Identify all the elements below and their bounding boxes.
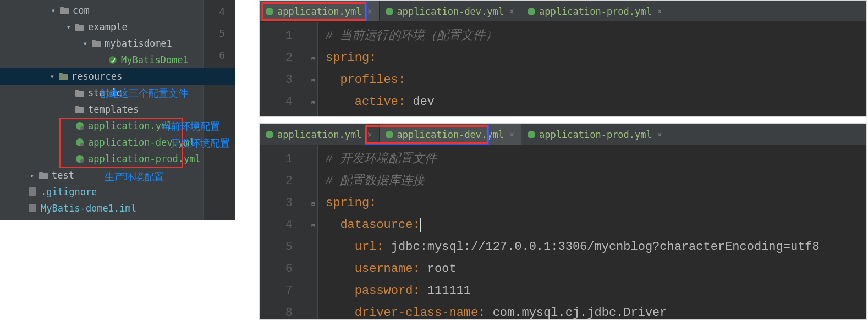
svg-rect-8 [59,73,63,75]
tree-label: example [88,21,128,32]
tree-label: application.yml [88,120,173,131]
tree-item-static[interactable]: ▾ static [0,85,235,101]
svg-rect-5 [92,40,96,42]
gutter: 1 2 3 4 5 6 7 8 [260,145,309,319]
tabbar-top: application.yml × application-dev.yml × … [260,1,866,22]
code-content[interactable]: # 开发环境配置文件 # 配置数据库连接 spring: datasource:… [318,145,866,319]
svg-rect-22 [29,204,36,212]
folder-icon [75,105,85,114]
tree-label: com [73,5,90,16]
file-icon [28,204,37,213]
svg-point-29 [528,131,535,138]
close-icon[interactable]: × [657,130,662,140]
svg-point-24 [266,8,273,15]
close-icon[interactable]: × [367,130,372,140]
tree-item-application-yml[interactable]: ▾ application.yml [0,118,235,134]
tree-item-iml[interactable]: ▾ MyBatis-dome1.iml [0,200,235,216]
svg-rect-11 [75,107,84,113]
yml-file-icon [75,121,85,130]
tab-label: application.yml [277,6,362,17]
editor-top: application.yml × application-dev.yml × … [259,0,867,117]
tab-application-dev-yml[interactable]: application-dev.yml × [380,124,522,145]
editor-bottom: application.yml × application-dev.yml × … [259,123,867,320]
gutter: 1 2 3 4 [260,22,309,116]
close-icon[interactable]: × [509,7,514,16]
svg-rect-20 [39,172,43,174]
svg-point-6 [109,56,117,64]
cursor [420,218,421,232]
yml-file-icon [265,130,274,139]
svg-point-16 [80,143,84,146]
tree-item-test[interactable]: ▸ test [0,167,235,184]
yml-file-icon [527,130,536,139]
file-icon [28,187,37,196]
code-area-top[interactable]: 1 2 3 4 ⊟⊟⊞ # 当前运行的环境（配置文件） spring: prof… [260,22,866,116]
fold-column[interactable]: ⊟⊟⊞ [309,22,318,116]
yml-file-icon [75,138,85,147]
yml-file-icon [75,154,85,163]
tab-label: application-dev.yml [397,129,504,140]
svg-rect-0 [60,8,69,14]
tab-label: application-prod.yml [539,6,652,17]
spring-class-icon [108,55,118,64]
tree-label: test [52,170,74,181]
code-content[interactable]: # 当前运行的环境（配置文件） spring: profiles: active… [318,22,866,116]
svg-point-28 [386,131,393,138]
tree-item-mybatisdome1-class[interactable]: ▾ MyBatisDome1 [0,52,235,68]
svg-rect-19 [39,173,48,179]
tree-item-resources[interactable]: ▾ resources [0,68,235,85]
tab-application-yml[interactable]: application.yml × [260,124,380,145]
svg-rect-4 [92,41,101,47]
svg-point-25 [386,8,393,15]
tab-label: application-dev.yml [397,6,504,17]
yml-file-icon [385,7,394,16]
svg-rect-3 [75,24,79,25]
tab-application-prod-yml[interactable]: application-prod.yml × [521,1,669,21]
tree-item-mybatisdome1[interactable]: ▾ mybatisdome1 [0,35,235,52]
tree-item-pom[interactable]: ▾ pom.xml [0,216,235,220]
tree-item-com[interactable]: ▾ com [0,2,235,19]
project-tree[interactable]: 4 5 6 7 ▾ com ▾ example ▾ mybatisdome1 ▾ [0,0,235,220]
tree-label: MyBatisDome1 [121,54,189,65]
tree-label: static [88,87,122,98]
svg-point-27 [266,131,273,138]
svg-rect-7 [59,74,68,80]
close-icon[interactable]: × [509,130,514,140]
fold-column[interactable]: ⊟⊟ [309,145,318,319]
tree-label: mybatisdome1 [105,38,172,49]
tree-item-templates[interactable]: ▾ templates [0,101,235,118]
svg-rect-9 [75,91,84,97]
folder-icon [39,171,48,180]
yml-file-icon [265,7,274,16]
svg-rect-1 [60,7,64,9]
folder-icon [91,39,101,48]
tree-label: MyBatis-dome1.iml [41,203,136,214]
tree-label: application-prod.yml [88,153,201,164]
svg-rect-10 [75,90,79,91]
tree-item-application-prod-yml[interactable]: ▾ application-prod.yml [0,151,235,167]
folder-icon [59,6,69,15]
close-icon[interactable]: × [657,7,662,16]
close-icon[interactable]: × [367,7,372,16]
tab-label: application-prod.yml [539,129,652,140]
tab-application-prod-yml[interactable]: application-prod.yml × [521,124,669,145]
svg-point-14 [80,126,84,130]
tree-item-example[interactable]: ▾ example [0,19,235,35]
tabbar-bottom: application.yml × application-dev.yml × … [260,124,866,145]
code-area-bottom[interactable]: 1 2 3 4 5 6 7 8 ⊟⊟ # 开发环境配置文件 # 配置数据库连接 … [260,145,866,319]
tree-item-application-dev-yml[interactable]: ▾ application-dev.yml [0,134,235,151]
folder-icon [75,23,85,31]
svg-rect-2 [75,25,84,31]
tab-application-dev-yml[interactable]: application-dev.yml × [380,1,522,21]
tree-label: templates [88,104,139,115]
yml-file-icon [527,7,536,16]
svg-point-18 [80,159,84,163]
tab-application-yml[interactable]: application.yml × [260,1,380,21]
svg-point-26 [528,8,535,15]
yml-file-icon [385,130,394,139]
tree-item-gitignore[interactable]: ▾ .gitignore [0,184,235,200]
svg-rect-21 [29,187,36,196]
tree-label: application-dev.yml [88,137,195,148]
tree-label: .gitignore [41,186,97,197]
folder-icon [75,88,85,97]
